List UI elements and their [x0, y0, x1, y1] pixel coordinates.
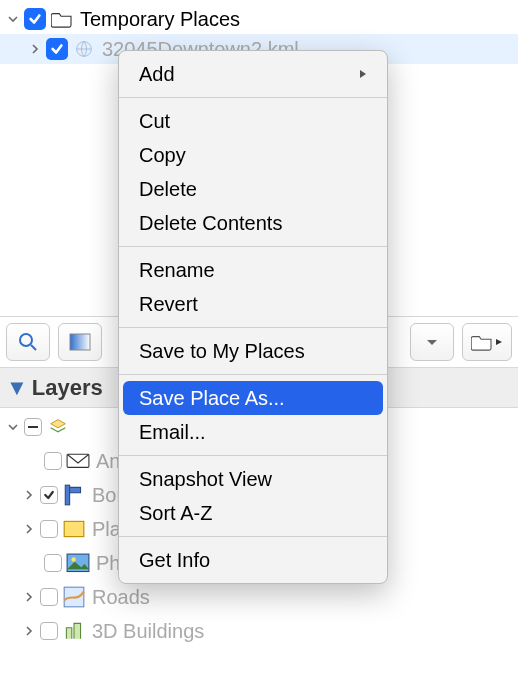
- menu-separator: [119, 536, 387, 537]
- context-menu: Add Cut Copy Delete Delete Contents Rena…: [118, 50, 388, 584]
- tree-row-temporary-places[interactable]: Temporary Places: [0, 4, 518, 34]
- menu-item-email[interactable]: Email...: [119, 415, 387, 449]
- folder-icon: [50, 9, 74, 29]
- svg-rect-5: [65, 485, 69, 505]
- layers-header-label: Layers: [32, 375, 103, 401]
- checkbox[interactable]: [40, 520, 58, 538]
- disclosure-open-icon[interactable]: [6, 12, 20, 26]
- menu-separator: [119, 246, 387, 247]
- menu-item-label: Revert: [139, 293, 198, 316]
- menu-item-add[interactable]: Add: [119, 57, 387, 91]
- layer-row[interactable]: 3D Buildings: [0, 614, 518, 648]
- checkbox-mixed[interactable]: [24, 418, 42, 436]
- dropdown-button[interactable]: [410, 323, 454, 361]
- menu-separator: [119, 455, 387, 456]
- menu-item-label: Save Place As...: [139, 387, 285, 410]
- menu-item-copy[interactable]: Copy: [119, 138, 387, 172]
- checkbox[interactable]: [44, 554, 62, 572]
- menu-item-label: Get Info: [139, 549, 210, 572]
- layer-label: Roads: [92, 586, 150, 609]
- globe-icon: [72, 39, 96, 59]
- roads-icon: [62, 587, 86, 607]
- svg-rect-6: [64, 521, 84, 536]
- disclosure-closed-icon[interactable]: [22, 488, 36, 502]
- menu-item-cut[interactable]: Cut: [119, 104, 387, 138]
- menu-separator: [119, 327, 387, 328]
- tree-item-label: Temporary Places: [80, 8, 240, 31]
- menu-item-revert[interactable]: Revert: [119, 287, 387, 321]
- checkbox[interactable]: [24, 8, 46, 30]
- menu-item-rename[interactable]: Rename: [119, 253, 387, 287]
- menu-item-label: Copy: [139, 144, 186, 167]
- svg-point-1: [20, 334, 32, 346]
- checkbox[interactable]: [40, 622, 58, 640]
- svg-point-8: [71, 558, 75, 562]
- menu-item-sort[interactable]: Sort A-Z: [119, 496, 387, 530]
- menu-item-label: Rename: [139, 259, 215, 282]
- menu-item-delete-contents[interactable]: Delete Contents: [119, 206, 387, 240]
- places-icon: [62, 519, 86, 539]
- menu-item-save-my-places[interactable]: Save to My Places: [119, 334, 387, 368]
- checkbox[interactable]: [40, 486, 58, 504]
- checkbox[interactable]: [44, 452, 62, 470]
- menu-item-label: Add: [139, 63, 175, 86]
- menu-item-snapshot[interactable]: Snapshot View: [119, 462, 387, 496]
- menu-item-label: Delete Contents: [139, 212, 282, 235]
- folder-button[interactable]: [462, 323, 512, 361]
- menu-item-save-place-as[interactable]: Save Place As...: [123, 381, 383, 415]
- gradient-button[interactable]: [58, 323, 102, 361]
- disclosure-closed-icon[interactable]: [28, 42, 42, 56]
- photos-icon: [66, 553, 90, 573]
- checkbox[interactable]: [40, 588, 58, 606]
- svg-rect-3: [70, 334, 90, 350]
- disclosure-closed-icon[interactable]: [22, 590, 36, 604]
- layer-row[interactable]: Roads: [0, 580, 518, 614]
- menu-separator: [119, 374, 387, 375]
- menu-item-label: Save to My Places: [139, 340, 305, 363]
- menu-item-label: Sort A-Z: [139, 502, 212, 525]
- buildings-icon: [62, 621, 86, 641]
- menu-item-delete[interactable]: Delete: [119, 172, 387, 206]
- menu-item-label: Cut: [139, 110, 170, 133]
- disclosure-triangle-icon: ▼: [6, 375, 28, 401]
- checkbox[interactable]: [46, 38, 68, 60]
- disclosure-closed-icon[interactable]: [22, 624, 36, 638]
- announcements-icon: [66, 451, 90, 471]
- menu-item-label: Snapshot View: [139, 468, 272, 491]
- menu-item-get-info[interactable]: Get Info: [119, 543, 387, 577]
- menu-item-label: Delete: [139, 178, 197, 201]
- layer-label: 3D Buildings: [92, 620, 204, 643]
- menu-separator: [119, 97, 387, 98]
- disclosure-closed-icon[interactable]: [22, 522, 36, 536]
- layers-icon: [46, 417, 70, 437]
- menu-item-label: Email...: [139, 421, 206, 444]
- borders-icon: [62, 485, 86, 505]
- svg-line-2: [31, 345, 36, 350]
- submenu-arrow-icon: [359, 66, 367, 82]
- search-button[interactable]: [6, 323, 50, 361]
- disclosure-open-icon[interactable]: [6, 420, 20, 434]
